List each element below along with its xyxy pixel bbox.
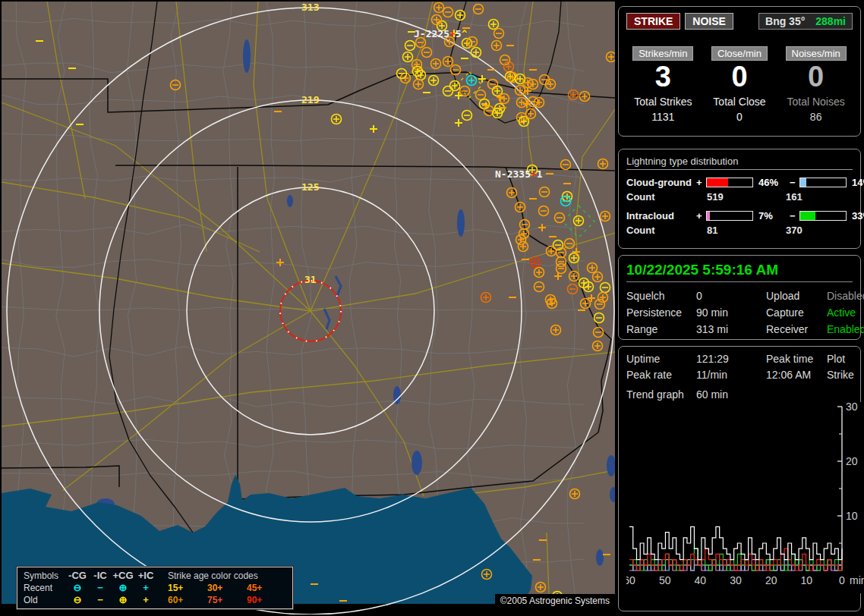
range-ring-label: 125	[301, 181, 319, 193]
intracloud-label: Intracloud	[626, 210, 696, 222]
cloud-ground-label: Cloud-ground	[626, 177, 696, 188]
cg-plus-recent-icon: ⊕	[112, 582, 134, 593]
intracloud-count-row: Count 81 370	[626, 225, 853, 236]
strikes-per-min-badge: Strikes/min	[632, 46, 693, 61]
map-canvas[interactable]: 31321912531J-2225+5^N-2335+1	[2, 2, 615, 614]
strikes-per-min-value: 3	[626, 61, 700, 94]
noise-button[interactable]: NOISE	[685, 13, 733, 30]
total-noises-label: Total Noises	[779, 96, 853, 108]
datetime-display: 10/22/2025 5:59:16 AM	[626, 262, 853, 282]
cloud-ground-count-row: Count 519 161	[626, 191, 853, 203]
range-setting-value: 313 mi	[696, 323, 766, 335]
map-area[interactable]: 31321912531J-2225+5^N-2335+1 Symbols -CG…	[2, 2, 615, 614]
bearing-range-indicator: Bng 35° 288mi	[758, 13, 853, 30]
svg-text:10: 10	[846, 510, 858, 522]
peak-rate-value: 11/min	[696, 369, 766, 381]
svg-text:0: 0	[839, 574, 845, 586]
trend-graph: 3020106050403020100min	[626, 402, 864, 593]
session-row: Peak rate 11/min 12:06 AM Strike	[626, 369, 853, 381]
storm-cell-label: N-2335+1	[495, 168, 543, 180]
svg-text:40: 40	[695, 574, 707, 586]
storm-cell-label: J-2225+5^	[414, 28, 468, 39]
range-label: Range	[626, 323, 696, 335]
noises-per-min-value: 0	[779, 61, 853, 94]
cg-pos-count: 519	[696, 191, 786, 203]
ic-plus-recent-icon: +	[134, 582, 157, 593]
ic-pos-pct: 7%	[755, 210, 790, 222]
plus-sign: +	[696, 210, 706, 222]
plus-sign: +	[696, 177, 706, 188]
copyright: ©2005 Astrogenic Systems	[495, 594, 615, 608]
trend-graph-window: 60 min	[696, 388, 853, 401]
peak-time-value: 12:06 AM	[766, 369, 827, 381]
plot-mode-value: Strike	[827, 369, 854, 381]
status-row: Range 313 mi Receiver Enabled	[626, 323, 853, 335]
total-close-value: 0	[703, 111, 777, 123]
counters-panel: STRIKE NOISE Bng 35° 288mi Strikes/min 3…	[618, 6, 861, 137]
cg-neg-count: 161	[786, 191, 853, 203]
total-strikes-value: 1131	[626, 111, 700, 123]
persistence-value: 90 min	[696, 306, 766, 319]
plot-label: Plot	[827, 353, 853, 365]
svg-text:10: 10	[801, 574, 813, 586]
range-ring-label: 313	[301, 2, 319, 13]
close-counter-column: Close/min 0 Total Close 0	[703, 46, 777, 123]
distribution-panel: Lightning type distribution Cloud-ground…	[618, 149, 861, 249]
ic-pos-count: 81	[696, 225, 786, 236]
trend-panel: Uptime 121:29 Peak time Plot Peak rate 1…	[618, 346, 861, 611]
cg-pos-bar-fill	[707, 178, 728, 187]
status-row: Persistence 90 min Capture Active	[626, 306, 853, 319]
legend-col-cgn: -CG	[66, 570, 89, 581]
sidebar: STRIKE NOISE Bng 35° 288mi Strikes/min 3…	[616, 0, 864, 616]
bearing-value: Bng 35°	[765, 15, 805, 27]
status-row: Squelch 0 Upload Disabled	[626, 290, 853, 302]
age-60: 60+	[168, 595, 207, 605]
range-value: 288mi	[815, 15, 846, 27]
ic-neg-bar-fill	[800, 212, 815, 220]
ic-neg-count: 370	[786, 225, 853, 236]
status-panel: 10/22/2025 5:59:16 AM Squelch 0 Upload D…	[618, 255, 861, 340]
cg-neg-bar-fill	[800, 178, 806, 187]
age-75: 75+	[207, 595, 247, 605]
cg-pos-pct: 46%	[755, 177, 790, 188]
ic-pos-bar	[706, 211, 753, 221]
close-per-min-value: 0	[703, 61, 777, 94]
trend-graph-label: Trend graph	[626, 388, 696, 401]
cg-plus-old-icon: ⊕	[112, 594, 134, 605]
total-strikes-label: Total Strikes	[626, 96, 700, 108]
strike-button[interactable]: STRIKE	[626, 13, 680, 30]
ic-count-label: Count	[626, 225, 696, 236]
map-legend: Symbols -CG -IC +CG +IC Recent ⊖ − ⊕ + O…	[17, 567, 293, 609]
ic-neg-bar	[799, 211, 847, 221]
squelch-value: 0	[696, 290, 766, 302]
squelch-label: Squelch	[626, 290, 696, 302]
trend-graph-row: Trend graph 60 min	[626, 388, 853, 401]
total-noises-value: 86	[779, 111, 853, 123]
noises-counter-column: Noises/min 0 Total Noises 86	[779, 46, 853, 123]
close-ring-label: 31	[304, 274, 317, 285]
peak-rate-label: Peak rate	[626, 369, 696, 381]
session-row: Uptime 121:29 Peak time Plot	[626, 353, 853, 365]
intracloud-row: Intracloud + 7% − 33%	[626, 210, 853, 222]
receiver-label: Receiver	[766, 323, 827, 335]
ic-minus-recent-icon: −	[89, 582, 112, 593]
strike-age-title: Strike age color codes	[168, 570, 286, 581]
capture-value: Active	[827, 306, 856, 319]
age-90: 90+	[247, 595, 286, 605]
persistence-label: Persistence	[626, 306, 696, 319]
svg-text:20: 20	[765, 574, 777, 586]
cg-minus-old-icon: ⊖	[66, 594, 89, 605]
legend-col-icp: +IC	[134, 570, 157, 581]
noises-per-min-badge: Noises/min	[786, 46, 847, 61]
cloud-ground-row: Cloud-ground + 46% − 14%	[626, 177, 853, 188]
minus-sign: −	[790, 210, 799, 222]
svg-text:30: 30	[730, 574, 742, 586]
upload-label: Upload	[766, 290, 827, 302]
legend-col-icn: -IC	[89, 570, 112, 581]
ic-plus-old-icon: +	[134, 594, 157, 605]
svg-text:min: min	[850, 574, 864, 586]
ic-pos-bar-fill	[707, 212, 710, 220]
minus-sign: −	[790, 177, 799, 188]
distribution-title: Lightning type distribution	[626, 156, 853, 170]
cg-minus-recent-icon: ⊖	[66, 582, 89, 593]
